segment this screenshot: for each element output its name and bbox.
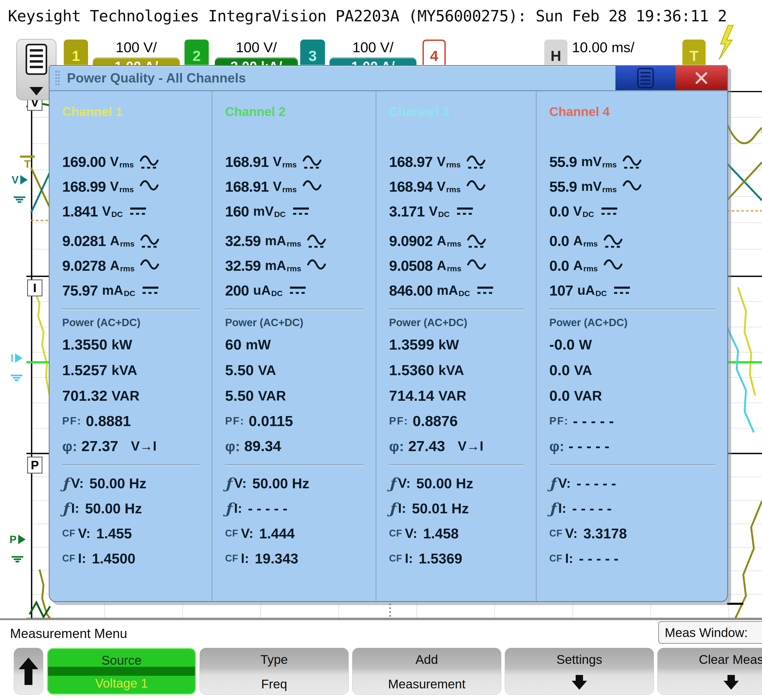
power-section-label: Power (AC+DC): [225, 315, 376, 330]
current-offset-marker[interactable]: I: [11, 353, 22, 381]
add-measurement-line2: Measurement: [388, 677, 465, 691]
measurement-value: 107: [549, 282, 573, 299]
current-marker-arrow-icon: [15, 353, 22, 363]
ac-coupling-icon: [623, 179, 642, 194]
measurement-row: 75.97mADC: [62, 278, 212, 303]
meas-window-label[interactable]: Meas Window:: [658, 621, 762, 644]
measurement-value: 32.59: [225, 257, 261, 274]
frequency-row: ƒI:50.00 Hz: [62, 496, 212, 521]
power-row: 0.0VA: [549, 357, 727, 383]
power-quality-dialog: Power Quality - All Channels Channel 116…: [49, 65, 728, 602]
voltage-ground-icon: [12, 197, 28, 203]
section-divider: [389, 308, 524, 309]
up-arrow-icon: [17, 655, 40, 687]
channel-4-tab[interactable]: 4: [423, 39, 446, 65]
channel-2-column: Channel 2168.91Vrms168.91Vrms160mVDC32.5…: [212, 91, 376, 602]
dialog-menu-button[interactable]: [615, 66, 676, 90]
measurement-row: 160mVDC: [225, 199, 376, 223]
frequency-value: 1.5369: [419, 550, 462, 567]
phase-angle-label: φ:: [225, 438, 240, 454]
frequency-value: 50.00 Hz: [89, 475, 146, 491]
channel-2-tab[interactable]: 2: [184, 39, 209, 65]
measurement-value: 32.59: [225, 232, 261, 249]
settings-label: Settings: [556, 652, 602, 667]
clear-meas-softkey[interactable]: Clear Meas: [657, 648, 762, 695]
power-row: 0.0VAR: [549, 383, 727, 408]
power-value: 0.0: [549, 387, 570, 404]
power-unit: mW: [246, 337, 271, 353]
type-softkey[interactable]: Type Freq: [200, 648, 349, 695]
measurement-row: 32.59mArms: [225, 228, 376, 253]
channel-3-tab[interactable]: 3: [300, 39, 325, 65]
power-factor-row: PF:0.0115: [225, 408, 376, 433]
frequency-value: 50.00 Hz: [416, 475, 473, 491]
power-factor-label: PF:: [225, 415, 244, 427]
power-marker-arrow-icon: [18, 535, 26, 544]
channel-1-column: Channel 1169.00Vrms168.99Vrms1.841VDC9.0…: [50, 91, 212, 602]
frequency-row: CFI:1.4500: [62, 546, 212, 571]
measurement-row: 55.9mVrms: [549, 149, 727, 174]
power-unit: VAR: [111, 388, 139, 404]
frequency-symbol: ƒ: [549, 475, 556, 492]
power-value: 0.0: [549, 361, 570, 379]
dialog-resize-handle[interactable]: [389, 603, 391, 617]
frequency-symbol: ƒ: [62, 500, 69, 517]
power-offset-marker[interactable]: P: [9, 534, 26, 562]
measurement-row: 169.00Vrms: [62, 149, 212, 174]
power-row: 5.50VAR: [225, 383, 376, 408]
measurement-unit-subscript: rms: [446, 185, 461, 194]
trigger-time-marker[interactable]: T: [20, 156, 35, 170]
voltage-marker-label: V: [12, 175, 19, 185]
measurement-row: 168.91Vrms: [225, 149, 376, 174]
source-softkey[interactable]: Source Voltage 1: [47, 648, 196, 695]
horizontal-tab-label: H: [551, 47, 561, 64]
dialog-titlebar[interactable]: Power Quality - All Channels: [50, 66, 727, 91]
measurement-value: 160: [225, 203, 249, 220]
power-unit: VA: [258, 362, 276, 378]
channel-1-voltage-scale[interactable]: 100 V/: [93, 39, 180, 56]
phase-angle-label: φ:: [62, 438, 77, 454]
dc-coupling-icon: [612, 283, 632, 298]
power-unit: kVA: [111, 362, 137, 378]
timebase-scale[interactable]: 10.00 ms/: [572, 39, 634, 56]
frequency-value: 50.01 Hz: [412, 500, 469, 517]
clear-meas-label: Clear Meas: [699, 652, 762, 667]
horizontal-tab[interactable]: H: [544, 39, 567, 65]
measurement-row: 9.0508Arms: [389, 253, 536, 278]
ac-dc-coupling-icon: [467, 154, 486, 169]
frequency-source-label: V:: [71, 476, 84, 491]
settings-softkey[interactable]: Settings: [505, 648, 654, 695]
channel-2-voltage-scale[interactable]: 100 V/: [215, 39, 298, 56]
measurement-unit: V: [273, 154, 281, 169]
measurement-value: 168.91: [225, 153, 269, 170]
menu-up-button[interactable]: [14, 648, 43, 695]
frequency-source-label: I:: [405, 551, 413, 566]
measurement-value: 168.99: [62, 178, 106, 195]
frequency-source-label: I:: [78, 551, 86, 566]
ac-dc-coupling-icon: [467, 233, 486, 248]
power-unit: VA: [574, 362, 592, 378]
dialog-grip-icon[interactable]: [55, 71, 59, 85]
measurement-value: 9.0902: [389, 232, 433, 249]
trigger-tab[interactable]: T: [682, 39, 706, 65]
frequency-row: ƒI:- - - - -: [549, 496, 727, 521]
measurement-unit-subscript: rms: [447, 239, 461, 248]
frequency-symbol: ƒ: [389, 500, 395, 517]
add-measurement-line1: Add: [415, 652, 438, 667]
add-measurement-softkey[interactable]: Add Measurement: [352, 648, 501, 695]
voltage-offset-marker[interactable]: V: [12, 175, 28, 203]
frequency-value: 1.458: [423, 525, 459, 542]
power-row: 5.50VA: [225, 357, 376, 383]
section-divider: [549, 464, 715, 466]
frequency-source-label: I:: [558, 501, 567, 516]
power-value: 1.3550: [62, 336, 107, 353]
dialog-title: Power Quality - All Channels: [67, 70, 246, 86]
measurement-unit-subscript: rms: [447, 264, 461, 273]
phase-direction-label: V→I: [458, 439, 483, 454]
dialog-close-button[interactable]: [676, 66, 727, 90]
channel-1-tab[interactable]: 1: [64, 39, 88, 65]
power-ground-icon: [9, 556, 26, 562]
frequency-row: ƒI:- - - - -: [225, 496, 376, 521]
power-section-label: Power (AC+DC): [62, 315, 212, 330]
channel-3-voltage-scale[interactable]: 100 V/: [329, 39, 417, 56]
